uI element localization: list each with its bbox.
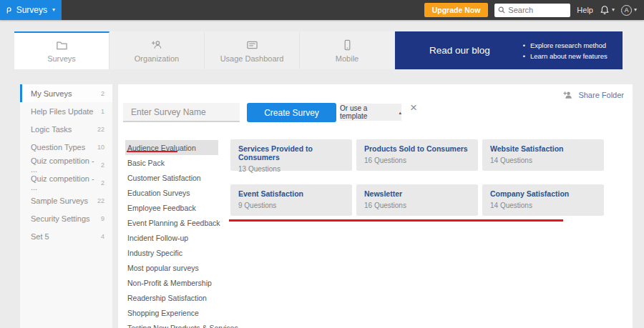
sidebar-folder-item[interactable]: Security Settings 9	[20, 209, 112, 227]
template-card-question-count: 16 Questions	[364, 202, 470, 209]
sidebar-folder-label: Quiz competition - ...	[31, 156, 101, 174]
sidebar-folder-list: My Surveys 2 Help Files Update 1 Logic T…	[20, 84, 113, 328]
bell-icon	[600, 5, 610, 15]
template-category-label: Employee Feedback	[127, 204, 196, 212]
sidebar-folder-item[interactable]: Quiz competition - ... 2	[20, 174, 112, 192]
template-dropdown[interactable]: Or use a template ▴	[340, 104, 401, 121]
add-person-icon	[563, 91, 573, 99]
template-card[interactable]: Products Sold to Consumers 16 Questions	[356, 139, 478, 171]
sidebar-folder-item[interactable]: Question Types 10	[20, 138, 112, 156]
template-card[interactable]: Services Provided to Consumers 13 Questi…	[230, 139, 352, 171]
main-panel: Share Folder Create Survey Or use a temp…	[118, 84, 633, 328]
banner-bullet: • Learn about new features	[523, 52, 608, 60]
template-card-question-count: 14 Questions	[490, 156, 596, 164]
template-category-item[interactable]: Non-Profit & Membership	[125, 275, 218, 290]
sidebar-folder-item[interactable]: Set 5 4	[20, 227, 112, 245]
add-user-icon	[151, 39, 163, 51]
template-card[interactable]: Company Satisfaction 14 Questions	[482, 184, 604, 216]
sidebar-folder-count: 2	[101, 90, 104, 97]
survey-name-input[interactable]	[123, 103, 240, 122]
sidebar-folder-label: Quiz competition - ...	[31, 174, 101, 192]
sidebar-folder-item[interactable]: Sample Surveys 22	[20, 192, 112, 209]
tabstrip: Surveys Organization Usage Dashboard Mob…	[14, 31, 623, 69]
template-category-item[interactable]: Shopping Experience	[125, 305, 218, 320]
search-input[interactable]	[508, 6, 567, 14]
help-link[interactable]: Help	[577, 6, 593, 14]
notifications-menu[interactable]: ▾	[600, 5, 615, 15]
banner-bullet-text: Learn about new features	[530, 52, 608, 60]
topbar-right: Upgrade Now Help ▾ A ▾	[424, 3, 644, 17]
sidebar-folder-item[interactable]: My Surveys 2	[20, 84, 112, 102]
chevron-up-icon: ▴	[399, 110, 401, 115]
template-category-item[interactable]: Event Planning & Feedback	[125, 215, 218, 230]
close-icon[interactable]: ×	[410, 101, 417, 114]
app-logo-menu[interactable]: Surveys ▾	[0, 0, 62, 20]
template-dropdown-label: Or use a template	[340, 104, 394, 120]
template-category-item[interactable]: Education Surveys	[125, 185, 218, 200]
sidebar-folder-count: 22	[97, 197, 104, 204]
tab[interactable]: Organization	[109, 31, 205, 69]
template-category-item[interactable]: Industry Specific	[125, 245, 218, 260]
template-category-item[interactable]: Employee Feedback	[125, 200, 218, 215]
sidebar-folder-count: 9	[101, 215, 104, 222]
chevron-down-icon: ▾	[612, 7, 615, 13]
sidebar-folder-item[interactable]: Help Files Update 1	[20, 102, 112, 120]
tab[interactable]: Surveys	[14, 31, 109, 69]
template-category-label: Basic Pack	[127, 159, 165, 167]
template-category-label: Testing New Products & Services	[127, 324, 238, 328]
share-folder-button[interactable]: Share Folder	[563, 91, 624, 99]
template-category-item[interactable]: Customer Satisfaction	[125, 170, 218, 185]
banner-bullet-text: Explore research method	[530, 41, 606, 49]
sidebar-folder-label: Security Settings	[31, 214, 90, 223]
template-card-title: Newsletter	[364, 189, 470, 198]
template-category-item[interactable]: Incident Follow-up	[125, 230, 218, 245]
create-survey-button[interactable]: Create Survey	[247, 103, 336, 122]
template-category-label: Most popular surveys	[127, 264, 199, 272]
template-category-item[interactable]: Testing New Products & Services	[125, 320, 218, 328]
upgrade-now-button[interactable]: Upgrade Now	[424, 3, 489, 17]
template-category-label: Event Planning & Feedback	[127, 219, 220, 227]
template-category-list: Audience Evaluation Basic Pack Customer …	[125, 140, 218, 328]
template-category-label: Incident Follow-up	[127, 234, 188, 242]
template-category-label: Industry Specific	[127, 249, 182, 257]
sidebar-folder-label: Set 5	[31, 232, 49, 241]
template-category-item[interactable]: Basic Pack	[125, 155, 218, 170]
template-card-question-count: 14 Questions	[490, 202, 596, 209]
chevron-down-icon: ▾	[634, 7, 637, 13]
tab[interactable]: Usage Dashboard	[205, 31, 300, 69]
sidebar-folder-label: Help Files Update	[31, 107, 93, 116]
blog-banner[interactable]: Read our blog • Explore research method …	[395, 31, 623, 69]
banner-bullets: • Explore research method • Learn about …	[523, 41, 608, 60]
share-folder-label: Share Folder	[578, 91, 624, 99]
tab[interactable]: Mobile	[300, 31, 395, 69]
template-category-item[interactable]: Audience Evaluation	[125, 140, 218, 155]
search-box[interactable]	[494, 4, 570, 17]
template-card[interactable]: Event Satisfaction 9 Questions	[230, 184, 352, 216]
template-card-grid: Services Provided to Consumers 13 Questi…	[230, 139, 604, 216]
template-card-title: Company Satisfaction	[490, 189, 596, 198]
template-card[interactable]: Newsletter 16 Questions	[356, 184, 478, 216]
template-card-question-count: 16 Questions	[364, 156, 470, 164]
sidebar-folder-label: Logic Tasks	[31, 125, 72, 134]
tab-label: Mobile	[336, 54, 358, 63]
account-menu[interactable]: A ▾	[621, 5, 637, 16]
sidebar-folder-count: 1	[101, 108, 104, 115]
template-category-label: Readership Satisfaction	[127, 294, 207, 302]
banner-title: Read our blog	[395, 45, 490, 56]
template-card-question-count: 13 Questions	[238, 165, 344, 173]
banner-bullet: • Explore research method	[523, 41, 608, 49]
mobile-icon	[341, 39, 353, 51]
sidebar-folder-item[interactable]: Quiz competition - ... 2	[20, 156, 112, 174]
template-category-label: Education Surveys	[127, 189, 190, 197]
template-card-title: Website Satisfaction	[490, 144, 596, 153]
sidebar-folder-label: Question Types	[31, 143, 85, 151]
template-category-item[interactable]: Readership Satisfaction	[125, 290, 218, 305]
avatar: A	[621, 5, 632, 16]
sidebar-folder-label: Sample Surveys	[31, 197, 88, 205]
sidebar-folder-count: 10	[97, 144, 104, 151]
sidebar-folder-item[interactable]: Logic Tasks 22	[20, 120, 112, 138]
sidebar-folder-count: 4	[101, 233, 104, 240]
sidebar-folder-count: 22	[97, 126, 104, 133]
template-category-item[interactable]: Most popular surveys	[125, 260, 218, 275]
template-card[interactable]: Website Satisfaction 14 Questions	[482, 139, 604, 171]
